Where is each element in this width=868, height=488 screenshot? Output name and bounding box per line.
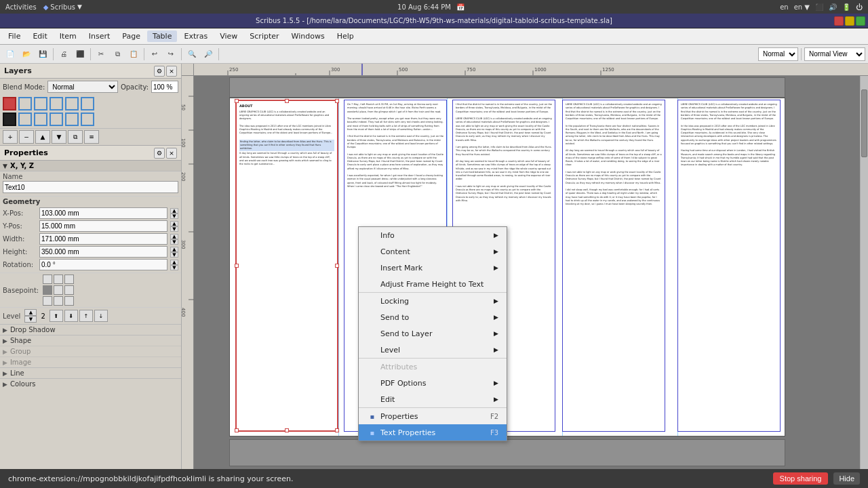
layer-dup-btn[interactable]: ⧉ xyxy=(68,130,83,144)
ctx-text-properties[interactable]: ▪ Text Properties F3 xyxy=(359,424,507,441)
bp-bl[interactable] xyxy=(43,296,52,306)
handle-ml[interactable] xyxy=(235,264,239,268)
handle-tr[interactable] xyxy=(335,99,339,103)
bp-ml[interactable] xyxy=(43,285,52,295)
ctx-pdf-options[interactable]: PDF Options ▶ xyxy=(359,375,507,391)
ctx-send-to-layer[interactable]: Send to Layer ▶ xyxy=(359,325,507,342)
new-btn[interactable]: 📄 xyxy=(3,47,18,62)
xpos-up[interactable]: ▲ xyxy=(170,208,178,214)
layer-color-black[interactable] xyxy=(3,113,16,126)
layer-color-blue-5[interactable] xyxy=(81,97,94,110)
name-input[interactable] xyxy=(3,181,178,193)
ypos-down[interactable]: ▼ xyxy=(170,226,178,232)
layer-down-btn[interactable]: ▼ xyxy=(52,130,66,144)
layer-del-btn[interactable]: − xyxy=(19,130,34,144)
zoom-out-btn[interactable]: 🔎 xyxy=(201,47,216,62)
rotation-down[interactable]: ▼ xyxy=(170,265,178,270)
maximize-btn[interactable] xyxy=(856,16,865,26)
properties-settings-btn[interactable]: ⚙ xyxy=(154,148,165,159)
handle-tc[interactable] xyxy=(285,99,289,103)
open-btn[interactable]: 📂 xyxy=(19,47,34,62)
menu-file[interactable]: File xyxy=(3,30,26,42)
level-raise-btn[interactable]: ↑ xyxy=(79,310,93,322)
width-up[interactable]: ▲ xyxy=(170,234,178,239)
ctx-adjust-frame[interactable]: Adjust Frame Height to Text xyxy=(359,276,507,292)
layer-color-blue-4[interactable] xyxy=(65,97,79,110)
ctx-send-to[interactable]: Send to ▶ xyxy=(359,309,507,325)
menu-help[interactable]: Help xyxy=(332,30,359,42)
menu-edit[interactable]: Edit xyxy=(27,30,52,42)
ctx-insert-mark[interactable]: Insert Mark ▶ xyxy=(359,260,507,276)
scrollbar-v-thumb[interactable] xyxy=(861,89,867,157)
layer-color-blue-2[interactable] xyxy=(34,97,47,110)
width-down[interactable]: ▼ xyxy=(170,239,178,245)
page-white[interactable]: ABOUT LIBRE GRAPHICS CLUB (LGC) is a col… xyxy=(229,98,785,436)
menu-page[interactable]: Page xyxy=(117,30,146,42)
text-frame-5[interactable]: LIBRE GRAPHICS CLUB (LGC) is a collabora… xyxy=(677,100,781,432)
layer-add-btn[interactable]: + xyxy=(3,130,18,144)
handle-tl[interactable] xyxy=(235,99,239,103)
canvas-area[interactable]: 250 300 500 750 1000 1250 50 xyxy=(182,64,868,488)
width-input[interactable] xyxy=(39,233,167,245)
handle-bl[interactable] xyxy=(235,428,239,432)
group-section[interactable]: ▶ Group xyxy=(0,346,181,357)
cut-btn[interactable]: ✂ xyxy=(94,47,108,62)
drop-shadow-section[interactable]: ▶ Drop Shadow xyxy=(0,324,181,335)
stop-sharing-button[interactable]: Stop sharing xyxy=(773,472,829,485)
blend-mode-select[interactable]: Normal xyxy=(47,81,118,93)
colours-section[interactable]: ▶ Colours xyxy=(0,378,181,389)
shape-section[interactable]: ▶ Shape xyxy=(0,335,181,346)
rotation-input[interactable] xyxy=(39,259,167,270)
level-up[interactable]: ▲ xyxy=(24,309,37,316)
ypos-up[interactable]: ▲ xyxy=(170,221,178,226)
hide-button[interactable]: Hide xyxy=(833,472,860,485)
save-btn[interactable]: 💾 xyxy=(35,47,50,62)
bp-tr[interactable] xyxy=(64,274,74,284)
layers-close-btn[interactable]: × xyxy=(166,66,177,77)
height-down[interactable]: ▼ xyxy=(170,252,178,258)
view-select[interactable]: Normal View xyxy=(804,47,865,61)
bp-tl[interactable] xyxy=(43,274,52,284)
ypos-input[interactable] xyxy=(39,220,167,232)
mode-select[interactable]: Normal xyxy=(758,47,798,61)
undo-btn[interactable]: ↩ xyxy=(147,47,162,62)
line-section[interactable]: ▶ Line xyxy=(0,367,181,378)
layer-color-blue-6[interactable] xyxy=(18,113,32,126)
opacity-input[interactable] xyxy=(151,81,178,93)
height-up[interactable]: ▲ xyxy=(170,247,178,252)
image-section[interactable]: ▶ Image xyxy=(0,357,181,367)
activities-label[interactable]: Activities xyxy=(5,3,37,11)
ctx-level[interactable]: Level ▶ xyxy=(359,342,507,358)
paste-btn[interactable]: 📋 xyxy=(126,47,141,62)
xpos-down[interactable]: ▼ xyxy=(170,214,178,219)
bp-br[interactable] xyxy=(64,296,74,306)
bp-mr[interactable] xyxy=(64,285,74,295)
layers-settings-btn[interactable]: ⚙ xyxy=(154,66,165,77)
menu-item[interactable]: Item xyxy=(54,30,82,42)
properties-close-btn[interactable]: × xyxy=(166,148,177,159)
print-btn[interactable]: 🖨 xyxy=(56,47,71,62)
handle-br[interactable] xyxy=(335,428,339,432)
text-frame-4[interactable]: LIBRE GRAPHICS CLUB (LGC) is a collabora… xyxy=(562,100,665,432)
layer-color-blue-9[interactable] xyxy=(65,113,79,126)
minimize-btn[interactable] xyxy=(845,16,854,26)
ctx-edit[interactable]: Edit ▶ xyxy=(359,391,507,407)
zoom-in-btn[interactable]: 🔍 xyxy=(184,47,199,62)
menu-scripter[interactable]: Scripter xyxy=(244,30,284,42)
text-frame-1-selected[interactable]: ABOUT LIBRE GRAPHICS CLUB (LGC) is a col… xyxy=(235,100,338,432)
copy-btn[interactable]: ⧉ xyxy=(110,47,125,62)
layer-more-btn[interactable]: ≡ xyxy=(84,130,99,144)
ctx-info[interactable]: Info ▶ xyxy=(359,227,507,243)
menu-view[interactable]: View xyxy=(214,30,243,42)
redo-btn[interactable]: ↪ xyxy=(163,47,178,62)
height-input[interactable] xyxy=(39,246,167,258)
menu-table[interactable]: Table xyxy=(147,30,177,42)
handle-mr[interactable] xyxy=(335,264,339,268)
level-top-btn[interactable]: ⬆ xyxy=(50,310,63,322)
bp-bc[interactable] xyxy=(54,296,63,306)
document-canvas[interactable]: ABOUT LIBRE GRAPHICS CLUB (LGC) is a col… xyxy=(195,77,868,488)
layer-color-blue-8[interactable] xyxy=(50,113,63,126)
layer-color-blue-1[interactable] xyxy=(18,97,32,110)
level-down[interactable]: ▼ xyxy=(24,316,37,323)
scrollbar-vertical[interactable] xyxy=(860,76,868,481)
